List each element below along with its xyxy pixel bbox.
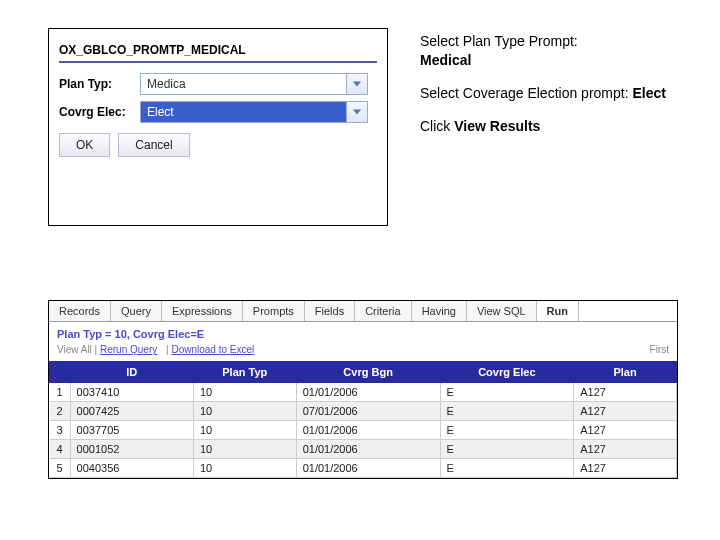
table-row[interactable]: 3 0037705 10 01/01/2006 E A127 [50,421,677,440]
cell-cvrg-bgn: 01/01/2006 [296,459,440,478]
tab-fields[interactable]: Fields [305,301,355,321]
cell-plan-typ: 10 [193,440,296,459]
tab-records[interactable]: Records [49,301,111,321]
col-plan-typ: Plan Typ [193,362,296,383]
dialog-divider [59,61,377,63]
cell-plan-typ: 10 [193,459,296,478]
tab-criteria[interactable]: Criteria [355,301,411,321]
rerun-query-link[interactable]: Rerun Query [100,344,157,355]
instr1-bold: Medical [420,52,471,68]
prompt-dialog: OX_GBLCO_PROMTP_MEDICAL Plan Typ: Medica… [48,28,388,226]
table-row[interactable]: 2 0007425 10 07/01/2006 E A127 [50,402,677,421]
results-table: ID Plan Typ Cvrg Bgn Covrg Elec Plan 1 0… [49,361,677,478]
dialog-button-row: OK Cancel [59,133,377,157]
cell-covrg-elec: E [440,440,574,459]
cell-id: 0001052 [70,440,193,459]
results-summary: Plan Typ = 10, Covrg Elec=E [49,322,677,344]
cell-covrg-elec: E [440,459,574,478]
row-num: 3 [50,421,71,440]
cell-plan-typ: 10 [193,421,296,440]
results-toolbar: View All | Rerun Query | Download to Exc… [49,344,677,361]
col-rownum [50,362,71,383]
table-row[interactable]: 5 0040356 10 01/01/2006 E A127 [50,459,677,478]
tab-prompts[interactable]: Prompts [243,301,305,321]
cell-id: 0037410 [70,383,193,402]
plan-type-label: Plan Typ: [59,77,134,91]
tab-expressions[interactable]: Expressions [162,301,243,321]
tab-having[interactable]: Having [412,301,467,321]
covrg-elec-select[interactable]: Elect [140,101,368,123]
instr3-bold: View Results [454,118,540,134]
col-covrg-elec: Covrg Elec [440,362,574,383]
table-row[interactable]: 4 0001052 10 01/01/2006 E A127 [50,440,677,459]
pager-first[interactable]: First [650,344,669,355]
tab-query[interactable]: Query [111,301,162,321]
col-cvrg-bgn: Cvrg Bgn [296,362,440,383]
tab-viewsql[interactable]: View SQL [467,301,537,321]
instr3-text: Click [420,118,454,134]
cancel-button[interactable]: Cancel [118,133,189,157]
cell-cvrg-bgn: 07/01/2006 [296,402,440,421]
cell-plan-typ: 10 [193,402,296,421]
instr1-text: Select Plan Type Prompt: [420,33,578,49]
cell-plan-typ: 10 [193,383,296,402]
table-row[interactable]: 1 0037410 10 01/01/2006 E A127 [50,383,677,402]
cell-cvrg-bgn: 01/01/2006 [296,440,440,459]
plan-type-select[interactable]: Medica [140,73,368,95]
view-all-text: View All [57,344,92,355]
cell-covrg-elec: E [440,421,574,440]
row-num: 2 [50,402,71,421]
plan-type-row: Plan Typ: Medica [59,73,377,95]
cell-plan: A127 [574,440,677,459]
cell-id: 0040356 [70,459,193,478]
cell-plan: A127 [574,421,677,440]
chevron-down-icon[interactable] [346,73,368,95]
covrg-elec-row: Covrg Elec: Elect [59,101,377,123]
table-header-row: ID Plan Typ Cvrg Bgn Covrg Elec Plan [50,362,677,383]
row-num: 4 [50,440,71,459]
cell-id: 0037705 [70,421,193,440]
covrg-elec-label: Covrg Elec: [59,105,134,119]
instr2-text: Select Coverage Election prompt: [420,85,632,101]
ok-button[interactable]: OK [59,133,110,157]
results-tabs: Records Query Expressions Prompts Fields… [49,301,677,322]
row-num: 5 [50,459,71,478]
row-num: 1 [50,383,71,402]
cell-id: 0007425 [70,402,193,421]
covrg-elec-value: Elect [147,105,174,119]
download-excel-link[interactable]: Download to Excel [171,344,254,355]
cell-plan: A127 [574,383,677,402]
tab-run[interactable]: Run [537,301,579,321]
cell-cvrg-bgn: 01/01/2006 [296,421,440,440]
cell-plan: A127 [574,459,677,478]
cell-covrg-elec: E [440,383,574,402]
cell-covrg-elec: E [440,402,574,421]
cell-cvrg-bgn: 01/01/2006 [296,383,440,402]
plan-type-value: Medica [147,77,186,91]
dialog-title: OX_GBLCO_PROMTP_MEDICAL [59,43,377,57]
instruction-text: Select Plan Type Prompt: Medical Select … [420,32,680,150]
instr2-bold: Elect [632,85,665,101]
col-plan: Plan [574,362,677,383]
chevron-down-icon[interactable] [346,101,368,123]
results-panel: Records Query Expressions Prompts Fields… [48,300,678,479]
col-id: ID [70,362,193,383]
cell-plan: A127 [574,402,677,421]
